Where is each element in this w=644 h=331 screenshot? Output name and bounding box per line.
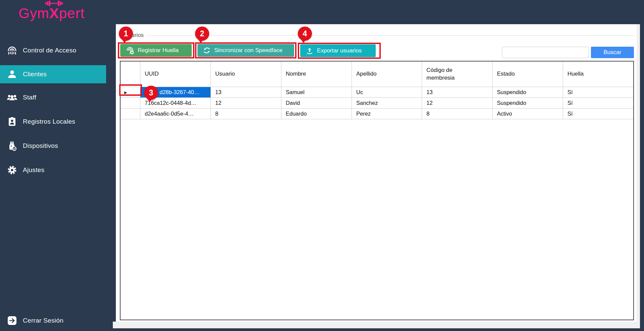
search-input[interactable] (502, 47, 589, 58)
sidebar-item-clientes[interactable]: Clientes (0, 65, 106, 83)
cell-estado[interactable]: Activo (493, 109, 563, 119)
table-row[interactable]: d28b-3267-40… 13 Samuel Uc 13 Suspendido… (121, 87, 633, 98)
cell-apellido[interactable]: Perez (352, 109, 422, 119)
sidebar-item-staff[interactable]: Staff (0, 89, 106, 106)
column-header-nombre[interactable]: Nombre (281, 61, 352, 87)
column-header-codigo[interactable]: Código de membresia (422, 61, 493, 87)
cell-estado[interactable]: Suspendido (493, 98, 563, 109)
column-header-estado[interactable]: Estado (493, 61, 563, 87)
table-row[interactable]: 716ca12c-0448-4d… 12 David Sanchez 12 Su… (121, 98, 633, 109)
logo-text-right: pert (59, 5, 85, 21)
cell-codigo[interactable]: 12 (422, 98, 493, 109)
column-header-apellido[interactable]: Apellido (352, 61, 422, 87)
annotation-box-export (298, 43, 381, 59)
cell-usuario[interactable]: 8 (211, 109, 281, 119)
cell-uuid[interactable]: d2e4aa6c-0d5e-4… (140, 109, 211, 119)
cell-codigo[interactable]: 13 (422, 87, 493, 98)
usb-check-icon (7, 140, 17, 151)
cell-nombre[interactable]: David (281, 98, 352, 109)
cell-apellido[interactable]: Uc (352, 87, 422, 98)
cell-codigo[interactable]: 8 (422, 109, 493, 119)
sidebar-item-ajustes[interactable]: Ajustes (0, 162, 106, 178)
gear-icon (7, 165, 17, 175)
cell-usuario[interactable]: 13 (211, 87, 281, 98)
app-window: GymXpert Control de Acceso Clientes (0, 0, 644, 331)
cell-apellido[interactable]: Sanchez (352, 98, 422, 109)
annotation-circle-3: 3 (144, 86, 158, 100)
column-header-huella[interactable]: Huella (563, 61, 633, 87)
cell-huella[interactable]: Sí (563, 109, 633, 119)
sidebar-item-label: Registros Locales (23, 118, 75, 125)
badge-icon (7, 116, 17, 127)
annotation-box-register (118, 42, 194, 58)
panel-frame-bottom (113, 322, 640, 328)
sidebar-item-registros-locales[interactable]: Registros Locales (0, 114, 106, 130)
logo-x: X (49, 5, 59, 22)
row-selector-cell[interactable] (121, 109, 140, 119)
cell-huella[interactable]: Sí (563, 87, 633, 98)
annotation-circle-2: 2 (195, 27, 209, 41)
logo-text-left: Gym (18, 5, 49, 21)
cell-nombre[interactable]: Samuel (281, 87, 352, 98)
app-logo: GymXpert (18, 5, 85, 22)
cell-nombre[interactable]: Eduardo (281, 109, 352, 119)
logout-button[interactable]: Cerrar Sesión (0, 313, 106, 329)
access-control-icon (7, 45, 17, 56)
sidebar-item-label: Ajustes (23, 166, 44, 174)
table-row[interactable]: d2e4aa6c-0d5e-4… 8 Eduardo Perez 8 Activ… (121, 109, 633, 119)
logout-icon (7, 315, 17, 326)
column-header-usuario[interactable]: Usuario (211, 61, 281, 87)
sidebar-item-label: Clientes (23, 71, 47, 78)
search-button[interactable]: Buscar (591, 47, 634, 58)
panel-frame-right (637, 24, 640, 328)
sidebar-item-label: Staff (23, 94, 36, 101)
table-header-row: UUID Usuario Nombre Apellido Código de m… (121, 61, 633, 87)
annotation-circle-4: 4 (298, 27, 312, 41)
cell-estado[interactable]: Suspendido (493, 87, 563, 98)
annotation-box-sync (195, 42, 296, 58)
cell-huella[interactable]: Sí (563, 98, 633, 109)
person-icon (7, 69, 17, 80)
logout-label: Cerrar Sesión (23, 317, 63, 324)
people-group-icon (7, 92, 17, 103)
sidebar-item-dispositivos[interactable]: Dispositivos (0, 138, 106, 154)
column-header-uuid[interactable]: UUID (140, 61, 211, 87)
header-gutter-cell (121, 61, 140, 87)
barbell-icon (44, 0, 64, 6)
sidebar-item-label: Dispositivos (23, 142, 58, 150)
row-selector-cell[interactable] (121, 98, 140, 109)
sidebar-item-control-de-acceso[interactable]: Control de Acceso (0, 42, 106, 58)
users-table: UUID Usuario Nombre Apellido Código de m… (120, 61, 634, 320)
annotation-circle-1: 1 (119, 27, 133, 41)
cell-usuario[interactable]: 12 (211, 98, 281, 109)
annotation-box-row-selector (119, 84, 142, 96)
sidebar-item-label: Control de Acceso (23, 47, 76, 54)
